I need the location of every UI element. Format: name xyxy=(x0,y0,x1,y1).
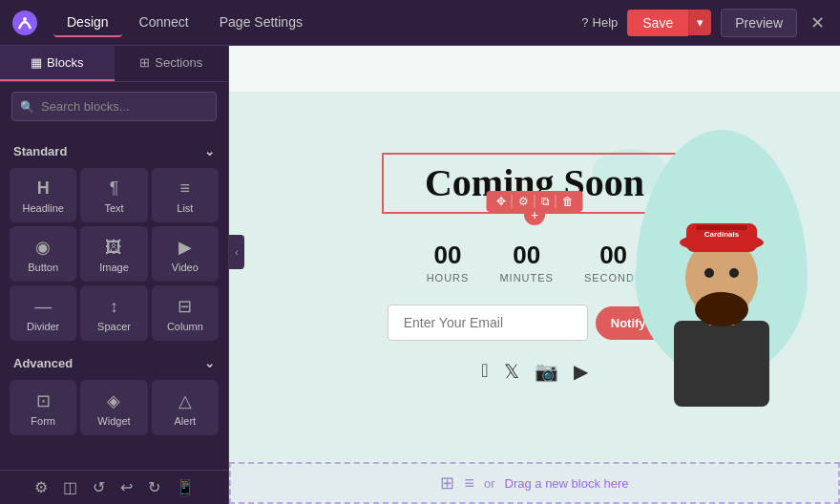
toolbar-sep-3 xyxy=(556,195,556,208)
adv-item-alert[interactable]: △ Alert xyxy=(152,380,219,435)
minutes-value: 00 xyxy=(499,241,554,270)
svg-rect-2 xyxy=(674,321,769,407)
block-item-label: Image xyxy=(99,262,129,273)
hours-label: HOURS xyxy=(427,272,470,284)
chevron-down-icon-adv: ⌄ xyxy=(204,356,215,370)
text-icon: ¶ xyxy=(110,178,119,199)
save-group: Save ▾ xyxy=(627,10,711,36)
advanced-category-header[interactable]: Advanced ⌄ xyxy=(0,350,228,376)
close-button[interactable]: ✕ xyxy=(807,9,829,37)
drag-icon-list: ≡ xyxy=(464,473,474,494)
block-item-label: Text xyxy=(104,202,123,214)
list-icon: ≡ xyxy=(180,178,191,199)
search-input[interactable] xyxy=(11,92,217,121)
panel-tabs: ▦ Blocks ⊞ Sections xyxy=(0,46,228,82)
undo-toolbar-icon[interactable]: ↩ xyxy=(120,478,133,496)
canvas-area: ✥ ⚙ ⧉ 🗑 Coming Soon + 00 HOURS xyxy=(229,46,840,504)
blocks-icon: ▦ xyxy=(31,55,42,70)
nav-tab-connect[interactable]: Connect xyxy=(126,9,202,37)
move-tool-icon[interactable]: ✥ xyxy=(496,195,506,208)
drag-icon-grid: ⊞ xyxy=(440,472,454,494)
sections-tab-label: Sections xyxy=(155,55,202,70)
left-panel: ▦ Blocks ⊞ Sections 🔍 Standard ⌄ xyxy=(0,46,229,504)
svg-point-9 xyxy=(704,268,714,278)
youtube-icon[interactable]: ▶ xyxy=(574,360,588,383)
svg-point-10 xyxy=(729,268,739,278)
block-item-image[interactable]: 🖼 Image xyxy=(80,226,147,282)
block-item-button[interactable]: ◉ Button xyxy=(10,226,76,282)
email-input[interactable] xyxy=(388,304,588,341)
block-item-label: Video xyxy=(172,262,199,273)
block-item-label: Column xyxy=(167,321,203,332)
search-icon: 🔍 xyxy=(20,100,34,114)
history-toolbar-icon[interactable]: ↺ xyxy=(93,478,105,496)
help-label: Help xyxy=(593,15,619,30)
standard-category-header[interactable]: Standard ⌄ xyxy=(0,138,228,164)
spacer-icon: ↕ xyxy=(110,297,118,317)
countdown-minutes: 00 MINUTES xyxy=(499,241,554,284)
column-icon: ⊟ xyxy=(178,296,192,317)
save-button[interactable]: Save xyxy=(627,10,688,36)
redo-toolbar-icon[interactable]: ↻ xyxy=(148,478,160,496)
advanced-block-grid: ⊡ Form ◈ Widget △ Alert xyxy=(0,376,228,441)
search-input-wrap: 🔍 xyxy=(11,92,217,121)
adv-item-label: Alert xyxy=(175,415,197,427)
button-icon: ◉ xyxy=(35,237,51,258)
headline-icon: H xyxy=(37,178,50,199)
adv-item-form[interactable]: ⊡ Form xyxy=(10,380,76,435)
mobile-toolbar-icon[interactable]: 📱 xyxy=(176,478,195,496)
svg-point-8 xyxy=(695,292,748,326)
image-icon: 🖼 xyxy=(105,238,122,258)
divider-icon: — xyxy=(34,297,52,317)
instagram-icon[interactable]: 📷 xyxy=(535,360,558,383)
block-item-label: Button xyxy=(28,262,58,273)
duplicate-tool-icon[interactable]: ⧉ xyxy=(541,195,550,208)
block-item-divider[interactable]: — Divider xyxy=(10,285,76,341)
nav-right: ? Help Save ▾ Preview ✕ xyxy=(581,9,829,37)
nav-tab-design[interactable]: Design xyxy=(53,9,122,37)
delete-tool-icon[interactable]: 🗑 xyxy=(562,195,574,208)
nav-tabs: Design Connect Page Settings xyxy=(53,9,316,37)
twitter-icon[interactable]: 𝕏 xyxy=(504,360,519,383)
svg-point-1 xyxy=(23,17,27,21)
layers-toolbar-icon[interactable]: ◫ xyxy=(63,478,77,496)
block-toolbar-floating: ✥ ⚙ ⧉ 🗑 xyxy=(487,191,583,212)
block-item-label: Divider xyxy=(27,321,59,332)
block-item-video[interactable]: ▶ Video xyxy=(152,226,219,282)
block-item-spacer[interactable]: ↕ Spacer xyxy=(80,285,147,341)
help-icon: ? xyxy=(581,15,588,30)
block-item-text[interactable]: ¶ Text xyxy=(80,168,147,222)
collapse-panel-button[interactable]: ‹ xyxy=(229,235,244,269)
search-box: 🔍 xyxy=(0,82,228,131)
block-item-label: Spacer xyxy=(97,321,131,332)
panel-tab-blocks[interactable]: ▦ Blocks xyxy=(0,46,115,81)
person-image: Cardinals xyxy=(626,120,817,407)
block-item-label: List xyxy=(177,202,193,214)
drag-new-block-area[interactable]: ⊞ ≡ or Drag a new block here xyxy=(229,462,840,504)
bottom-toolbar: ⚙ ◫ ↺ ↩ ↻ 📱 xyxy=(0,470,228,504)
block-item-column[interactable]: ⊟ Column xyxy=(152,285,219,341)
blocks-content: Standard ⌄ H Headline ¶ Text ≡ List ◉ xyxy=(0,131,228,470)
sections-icon: ⊞ xyxy=(139,55,150,70)
settings-tool-icon[interactable]: ⚙ xyxy=(518,195,529,208)
top-nav: Design Connect Page Settings ? Help Save… xyxy=(0,0,840,46)
video-icon: ▶ xyxy=(178,237,192,258)
adv-item-widget[interactable]: ◈ Widget xyxy=(80,380,147,435)
drag-block-label[interactable]: Drag a new block here xyxy=(505,476,629,491)
drag-or-text: or xyxy=(484,476,495,491)
form-icon: ⊡ xyxy=(36,390,51,411)
alert-icon: △ xyxy=(178,390,192,411)
panel-tab-sections[interactable]: ⊞ Sections xyxy=(115,46,229,81)
nav-tab-page-settings[interactable]: Page Settings xyxy=(206,9,316,37)
block-item-list[interactable]: ≡ List xyxy=(152,168,219,222)
advanced-label: Advanced xyxy=(13,356,73,370)
block-item-headline[interactable]: H Headline xyxy=(10,168,76,222)
facebook-icon[interactable]:  xyxy=(481,360,488,383)
help-button[interactable]: ? Help xyxy=(581,15,618,30)
standard-label: Standard xyxy=(13,144,67,158)
settings-toolbar-icon[interactable]: ⚙ xyxy=(34,478,48,496)
preview-button[interactable]: Preview xyxy=(721,9,797,37)
logo-icon[interactable] xyxy=(11,10,38,36)
countdown-row: 00 HOURS 00 MINUTES 00 SECONDS xyxy=(427,241,643,284)
save-dropdown-button[interactable]: ▾ xyxy=(688,10,711,35)
